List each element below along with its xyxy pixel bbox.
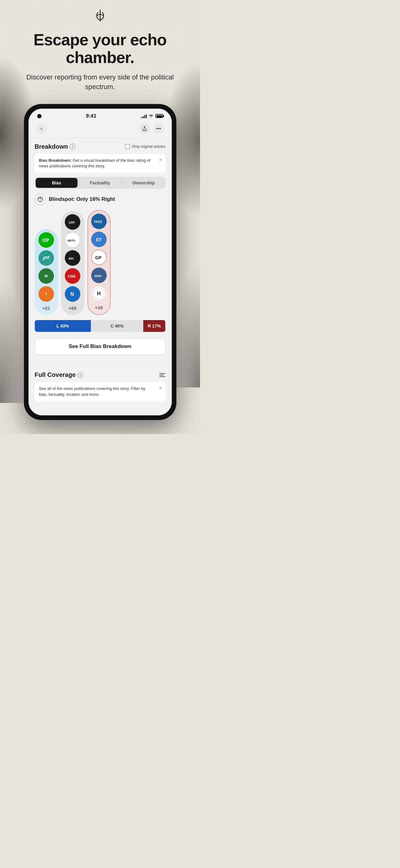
signal-bars-icon xyxy=(141,114,147,118)
app-logo xyxy=(96,9,105,22)
phone-mockup: 9:41 ‹ xyxy=(24,104,176,420)
tabs-row: Bias Factuality Ownership xyxy=(35,177,166,189)
svg-text:TASS: TASS xyxy=(94,220,102,223)
coverage-tooltip-text: See all of the news publications coverin… xyxy=(39,386,145,397)
t-logo: T xyxy=(38,286,54,302)
tab-divider-1 xyxy=(78,180,78,186)
svg-text:GP: GP xyxy=(95,255,101,260)
back-button[interactable]: ‹ xyxy=(36,123,47,134)
tooltip-close-button[interactable]: ✕ xyxy=(159,157,163,163)
center-bar: C 40% xyxy=(91,320,143,332)
bias-columns: HP W T +21 xyxy=(35,210,166,315)
gp-logo: GP xyxy=(91,250,107,265)
see-full-bias-button[interactable]: See Full Bias Breakdown xyxy=(35,338,166,355)
status-time: 9:41 xyxy=(86,113,96,119)
svg-text:H: H xyxy=(97,291,101,296)
blindspot-icon xyxy=(35,194,46,205)
breakdown-header: Breakdown i Only original articles xyxy=(35,143,166,150)
battery-icon xyxy=(155,114,163,118)
w-logo: W xyxy=(38,268,54,284)
bias-tooltip: Bias Breakdown: Get a visual breakdown o… xyxy=(35,154,166,173)
right-bar: R 17% xyxy=(143,320,166,332)
coverage-tooltip: See all of the news publications coverin… xyxy=(35,382,166,401)
blindspot-row: Blindspot: Only 16% Right xyxy=(35,194,166,205)
full-coverage-header: Full Coverage i xyxy=(35,371,166,378)
svg-text:abc: abc xyxy=(69,257,74,260)
tab-bias[interactable]: Bias xyxy=(36,178,77,188)
status-bar: 9:41 xyxy=(29,108,172,121)
nav-actions: ••• xyxy=(139,123,164,134)
tass-logo: TASS xyxy=(91,214,107,229)
tab-ownership[interactable]: Ownership xyxy=(123,178,164,188)
right-plus-count: +10 xyxy=(95,304,103,311)
tab-factuality[interactable]: Factuality xyxy=(79,178,121,188)
full-coverage-info-icon[interactable]: i xyxy=(77,372,83,378)
blindspot-text: Blindspot: Only 16% Right xyxy=(49,196,115,203)
full-coverage-title-text: Full Coverage xyxy=(35,371,76,378)
original-articles-filter[interactable]: Only original articles xyxy=(125,144,165,149)
full-coverage-section: Full Coverage i See all of the news publ… xyxy=(29,366,172,415)
hero-subtitle: Discover reporting from every side of th… xyxy=(0,73,200,92)
status-icons xyxy=(141,114,163,119)
svg-text:NDTV: NDTV xyxy=(68,239,75,242)
left-bar: L 43% xyxy=(35,320,91,332)
content-area: Breakdown i Only original articles Bias … xyxy=(29,138,172,366)
guardian-logo: GDN xyxy=(65,214,80,230)
n-logo: N xyxy=(65,286,80,302)
original-articles-checkbox[interactable] xyxy=(125,144,130,149)
bottom-spacer xyxy=(35,401,166,410)
svg-text:N: N xyxy=(70,291,74,297)
wave-logo xyxy=(38,250,54,266)
center-bias-column: GDN NDTV abc CNN xyxy=(61,211,84,315)
left-bias-column: HP W T +21 xyxy=(35,229,58,315)
h-logo: H xyxy=(91,286,107,301)
svg-text:HP: HP xyxy=(42,238,49,243)
phone-screen: 9:41 ‹ xyxy=(29,108,172,415)
center-plus-count: +65 xyxy=(69,304,76,312)
full-coverage-title: Full Coverage i xyxy=(35,371,83,378)
political-bar: L 43% C 40% R 17% xyxy=(35,320,166,332)
svg-text:ET: ET xyxy=(96,237,102,242)
tooltip-bold: Bias Breakdown: xyxy=(39,158,72,163)
svg-text:GDN: GDN xyxy=(69,221,75,224)
left-plus-count: +21 xyxy=(42,304,50,312)
svg-text:MNW: MNW xyxy=(95,274,102,278)
svg-text:CNN: CNN xyxy=(68,274,75,278)
original-articles-label: Only original articles xyxy=(132,144,165,149)
filter-icon[interactable] xyxy=(159,373,166,377)
abcnews-logo: abc xyxy=(65,250,80,266)
breakdown-title-text: Breakdown xyxy=(35,143,68,150)
camera-dot xyxy=(37,114,41,118)
et-logo: ET xyxy=(91,231,107,247)
breakdown-info-icon[interactable]: i xyxy=(70,144,75,149)
share-button[interactable] xyxy=(139,123,150,134)
breakdown-title: Breakdown i xyxy=(35,143,76,150)
more-button[interactable]: ••• xyxy=(153,123,164,134)
hero-title: Escape your echo chamber. xyxy=(0,31,200,66)
cnn-logo: CNN xyxy=(65,268,80,284)
mynorthwest-logo: MNW xyxy=(91,268,107,283)
huffpost-logo: HP xyxy=(38,232,54,248)
right-bias-column: TASS ET GP MNW xyxy=(88,210,111,315)
wifi-icon xyxy=(148,114,154,119)
nav-bar: ‹ ••• xyxy=(29,121,172,138)
coverage-tooltip-close[interactable]: ✕ xyxy=(159,385,163,392)
ndtv-logo: NDTV xyxy=(65,232,80,248)
tab-divider-2 xyxy=(122,180,122,186)
